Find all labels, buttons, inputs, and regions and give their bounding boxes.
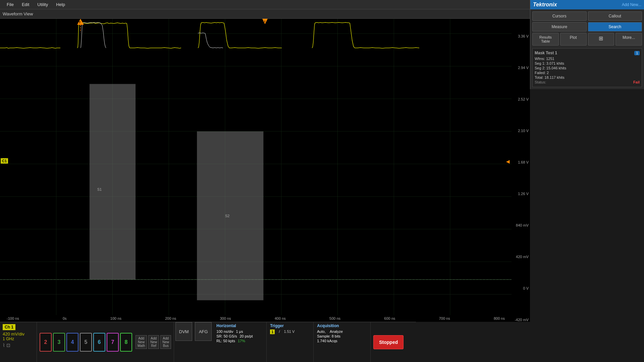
callout-button[interactable]: Callout (588, 11, 642, 21)
waveform-area[interactable]: T C1 ◄ (0, 19, 530, 322)
mask-segment-1 (90, 84, 136, 279)
y-label-9: -420 mV (513, 318, 529, 322)
right-panel: Cursors Callout Measure Search Results T… (530, 9, 644, 89)
mask-seg2: Seg 2: 15.046 khits (535, 66, 566, 70)
ch1-freq: 1 GHz (3, 337, 34, 341)
stopped-button[interactable]: Stopped (373, 335, 404, 349)
menu-help[interactable]: Help (52, 1, 69, 8)
mask-wfms: Wfms: 1251 (535, 57, 554, 61)
add-bus-button[interactable]: AddNewBus (160, 335, 171, 349)
ch1-mv-div: 420 mV/div (3, 331, 34, 337)
brand-header: Tektronix Add New... (530, 0, 644, 9)
ch1-waveform-left-noise (0, 48, 60, 48)
horizontal-ps-pt: 20 ps/pt (239, 334, 253, 338)
acquisition-title: Acquisition (317, 323, 367, 328)
trigger-panel: Trigger 1 / 1.51 V (267, 322, 314, 362)
x-axis: -100 ns 0s 100 ns 200 ns 300 ns 400 ns 5… (0, 315, 512, 322)
y-label-2: 2.52 V (513, 97, 529, 101)
waveform-svg[interactable]: S1 S2 (0, 19, 512, 315)
ch1-waveform-high1 (101, 23, 126, 24)
x-label-3: 200 ns (165, 316, 176, 320)
add-ref-button[interactable]: AddNewRef (148, 335, 159, 349)
plot-button[interactable]: Plot (560, 33, 587, 46)
mask-test-title: Mask Test 1 (535, 51, 557, 55)
more-button[interactable]: More... (615, 33, 642, 46)
trigger-voltage: 1.51 V (284, 329, 294, 334)
grid-icon-button[interactable]: ⊞ (588, 33, 614, 46)
mask-status-row: Status: Fail (535, 80, 640, 84)
mask-failed-row: Failed: 2 (535, 71, 640, 75)
trigger-title: Trigger (270, 323, 310, 328)
svg-text:T: T (264, 20, 266, 23)
mask-s2-label: S2 (225, 214, 229, 218)
acquisition-row1: Auto, Analyze (317, 329, 367, 334)
mask-wfms-row: Wfms: 1251 (535, 57, 640, 61)
ch1-waveform-fall2 (223, 23, 245, 48)
ch1-waveform-fall1 (126, 23, 161, 48)
cursors-button[interactable]: Cursors (532, 11, 587, 21)
ch1-waveform-far-right (369, 48, 419, 48)
mask-seg1-row: Seg 1: 3.071 khits (535, 61, 640, 65)
mask-status-label: Status: (535, 80, 546, 84)
results-table-button[interactable]: Results Table (532, 33, 559, 46)
x-label-1: 0s (63, 316, 67, 320)
x-label-7: 600 ns (384, 316, 395, 320)
x-label-9: 800 ns (494, 316, 505, 320)
add-ref-group: AddNewRef (148, 335, 159, 349)
horizontal-panel: Horizontal 100 ns/div 1 μs SR: 50 GS/s 2… (213, 322, 267, 362)
search-button[interactable]: Search (588, 22, 642, 32)
horizontal-title: Horizontal (216, 323, 263, 328)
add-new-button[interactable]: Add New... (622, 2, 641, 7)
y-label-7: 420 mV (513, 255, 529, 259)
trigger-row: 1 / 1.51 V (270, 329, 310, 334)
y-label-8: 0 V (513, 286, 529, 290)
x-label-2: 100 ns (110, 316, 121, 320)
x-label-0: -100 ns (7, 316, 19, 320)
menu-edit[interactable]: Edit (18, 1, 33, 8)
add-math-button[interactable]: AddNewMath (136, 335, 147, 349)
afg-button[interactable]: AFG (195, 322, 212, 341)
x-label-6: 500 ns (329, 316, 340, 320)
horizontal-row1: 100 ns/div 1 μs (216, 329, 263, 334)
panel-buttons-row3: Results Table Plot ⊞ More... (532, 33, 642, 46)
dvm-button[interactable]: DVM (175, 322, 192, 341)
y-label-3: 2.10 V (513, 129, 529, 133)
ch1-waveform-right-noise1 (245, 48, 282, 48)
ch1-info[interactable]: Ch 1 420 mV/div 1 GHz ⌇ ⊡ (0, 322, 37, 362)
y-label-4: 1.68 V (513, 160, 529, 164)
ch8-button[interactable]: 8 (120, 333, 132, 352)
ch2-button[interactable]: 2 (40, 333, 52, 352)
brand-panel: Tektronix Add New... (530, 0, 644, 9)
measure-button[interactable]: Measure (532, 22, 587, 32)
ch1-coupling-icon: ⌇ (3, 343, 5, 348)
acquisition-row2: Sample: 8 bits (317, 334, 367, 338)
ch7-button[interactable]: 7 (107, 333, 119, 352)
ch6-button[interactable]: 6 (93, 333, 105, 352)
menu-file[interactable]: File (3, 1, 18, 8)
horizontal-us: 1 μs (236, 329, 243, 334)
ch1-waveform-rise3 (312, 22, 349, 48)
mask-status-value: Fail (633, 80, 640, 84)
x-label-5: 400 ns (275, 316, 286, 320)
add-bus-group: AddNewBus (160, 335, 171, 349)
y-axis: 3.36 V 2.94 V 2.52 V 2.10 V 1.68 V 1.26 … (512, 34, 530, 322)
ch1-waveform-high2 (208, 22, 223, 23)
acquisition-sample: Sample: 8 bits (317, 334, 340, 338)
bottom-bar: Ch 1 420 mV/div 1 GHz ⌇ ⊡ 2 3 4 5 6 7 8 … (0, 322, 416, 362)
panel-buttons-row2: Measure Search (532, 22, 642, 32)
ch1-waveform-mid-noise (161, 48, 181, 48)
acquisition-analyze: Analyze (330, 329, 343, 334)
brand-title: Tektronix (533, 2, 557, 8)
horizontal-row3: RL: 50 kpts 17% (216, 339, 263, 343)
panel-buttons-row1: Cursors Callout (532, 11, 642, 21)
y-label-1: 2.94 V (513, 66, 529, 70)
horizontal-ns-div: 100 ns/div (216, 329, 233, 334)
menu-utility[interactable]: Utility (33, 1, 52, 8)
ch5-button[interactable]: 5 (80, 333, 92, 352)
y-label-0: 3.36 V (513, 34, 529, 38)
x-label-4: 300 ns (220, 316, 231, 320)
waveform-titlebar: Waveform View (0, 9, 530, 19)
acquisition-mode: Auto, (317, 329, 326, 334)
ch3-button[interactable]: 3 (53, 333, 65, 352)
ch4-button[interactable]: 4 (66, 333, 78, 352)
